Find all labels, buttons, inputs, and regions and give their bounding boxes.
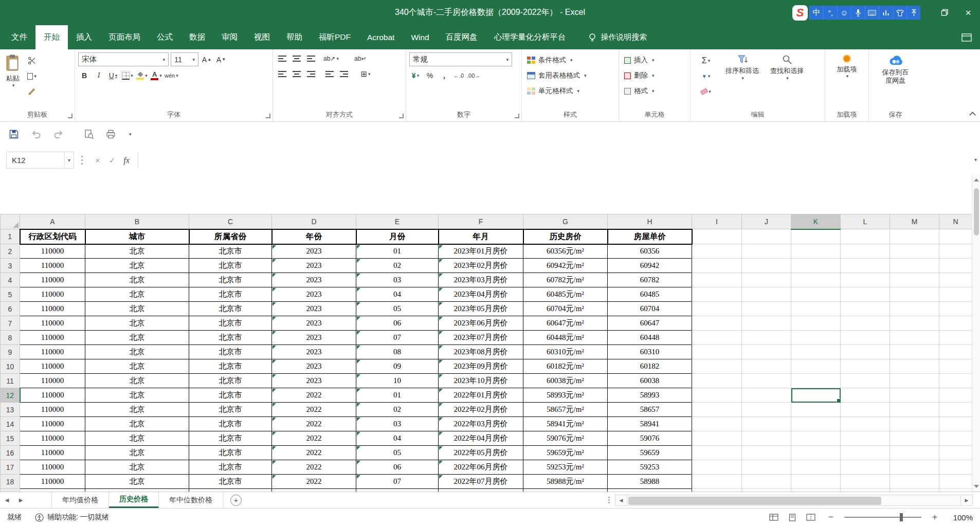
cell-L10[interactable]	[841, 359, 890, 374]
format-painter-button[interactable]	[26, 85, 38, 98]
cell-F16[interactable]: 2022年05月房价	[439, 446, 523, 460]
cell-M1[interactable]	[890, 229, 939, 244]
cell-K8[interactable]	[791, 331, 841, 345]
cell-J13[interactable]	[742, 403, 791, 417]
cell-K13[interactable]	[791, 403, 841, 417]
zoom-level-label[interactable]: 100%	[948, 513, 973, 522]
underline-button[interactable]: U▾	[107, 69, 119, 82]
cell-G18[interactable]: 58988元/m²	[523, 475, 608, 489]
cell-A1[interactable]: 行政区划代码	[20, 229, 85, 244]
cell-H4[interactable]: 60782	[608, 273, 692, 287]
align-middle-button[interactable]	[291, 52, 303, 65]
cell-M13[interactable]	[890, 403, 939, 417]
cell-I17[interactable]	[692, 460, 742, 475]
row-header-10[interactable]: 10	[1, 359, 20, 374]
cell-G14[interactable]: 58941元/m²	[523, 417, 608, 431]
cell-H6[interactable]: 60704	[608, 302, 692, 316]
row-header-7[interactable]: 7	[1, 316, 20, 331]
tab-开始[interactable]: 开始	[35, 25, 68, 49]
cell-B16[interactable]: 北京	[85, 446, 189, 460]
column-header-C[interactable]: C	[189, 214, 272, 229]
tab-视图[interactable]: 视图	[246, 25, 278, 49]
cell-J9[interactable]	[742, 345, 791, 359]
alignment-dialog-launcher[interactable]	[399, 114, 404, 118]
cell-N13[interactable]	[939, 403, 972, 417]
cell-F6[interactable]: 2023年05月房价	[439, 302, 523, 316]
tab-Acrobat[interactable]: Acrobat	[359, 25, 403, 49]
cell-styles-button[interactable]: 单元格样式▾	[525, 83, 615, 99]
row-header-3[interactable]: 3	[1, 259, 20, 273]
cell-clipped[interactable]	[791, 489, 841, 492]
cell-B14[interactable]: 北京	[85, 417, 189, 431]
name-box[interactable]: K12 ▾	[6, 152, 74, 169]
cell-G12[interactable]: 58993元/m²	[523, 388, 608, 403]
column-header-I[interactable]: I	[692, 214, 742, 229]
cell-J1[interactable]	[742, 229, 791, 244]
cell-L18[interactable]	[841, 475, 890, 489]
tab-文件[interactable]: 文件	[3, 25, 35, 49]
row-header-17[interactable]: 17	[1, 460, 20, 475]
cell-J14[interactable]	[742, 417, 791, 431]
cell-M9[interactable]	[890, 345, 939, 359]
cell-F4[interactable]: 2023年03月房价	[439, 273, 523, 287]
cell-J5[interactable]	[742, 287, 791, 302]
cell-clipped[interactable]	[356, 489, 439, 492]
cell-D9[interactable]: 2023	[272, 345, 356, 359]
cell-N16[interactable]	[939, 446, 972, 460]
cell-N11[interactable]	[939, 374, 972, 388]
column-header-G[interactable]: G	[523, 214, 608, 229]
cell-J6[interactable]	[742, 302, 791, 316]
cell-F5[interactable]: 2023年04月房价	[439, 287, 523, 302]
find-select-button[interactable]: 查找和选择▾	[766, 52, 808, 109]
cell-L11[interactable]	[841, 374, 890, 388]
cell-H11[interactable]: 60038	[608, 374, 692, 388]
number-format-combobox[interactable]: 常规▾	[409, 52, 512, 66]
cell-B3[interactable]: 北京	[85, 259, 189, 273]
cell-I8[interactable]	[692, 331, 742, 345]
cell-F9[interactable]: 2023年08月房价	[439, 345, 523, 359]
cell-E16[interactable]: 05	[356, 446, 439, 460]
orientation-button[interactable]: ab↗▾	[323, 52, 339, 65]
cell-E13[interactable]: 02	[356, 403, 439, 417]
cell-I3[interactable]	[692, 259, 742, 273]
cell-F7[interactable]: 2023年06月房价	[439, 316, 523, 331]
save-to-netdisk-button[interactable]: 保存到百度网盘	[872, 52, 919, 87]
row-header-15[interactable]: 15	[1, 431, 20, 446]
cell-C4[interactable]: 北京市	[189, 273, 272, 287]
scroll-up-arrow[interactable]	[972, 175, 980, 185]
sort-filter-button[interactable]: 排序和筛选▾	[721, 52, 763, 109]
scroll-right-arrow[interactable]: ▶	[960, 495, 973, 506]
cell-M4[interactable]	[890, 273, 939, 287]
cell-clipped[interactable]	[841, 489, 890, 492]
cell-M18[interactable]	[890, 475, 939, 489]
cell-clipped[interactable]	[20, 489, 85, 492]
cell-N5[interactable]	[939, 287, 972, 302]
row-header-18[interactable]: 18	[1, 475, 20, 489]
cell-A7[interactable]: 110000	[20, 316, 85, 331]
cell-C11[interactable]: 北京市	[189, 374, 272, 388]
cell-N9[interactable]	[939, 345, 972, 359]
cell-D17[interactable]: 2022	[272, 460, 356, 475]
cell-L17[interactable]	[841, 460, 890, 475]
tab-插入[interactable]: 插入	[68, 25, 100, 49]
cell-H10[interactable]: 60182	[608, 359, 692, 374]
zoom-out-button[interactable]: −	[826, 512, 836, 522]
phonetic-guide-button[interactable]: wén▾	[165, 69, 178, 82]
cell-B6[interactable]: 北京	[85, 302, 189, 316]
cell-E6[interactable]: 05	[356, 302, 439, 316]
cell-A4[interactable]: 110000	[20, 273, 85, 287]
cell-D1[interactable]: 年份	[272, 229, 356, 244]
cell-J4[interactable]	[742, 273, 791, 287]
mic-icon[interactable]	[851, 6, 865, 20]
cell-K3[interactable]	[791, 259, 841, 273]
cell-N18[interactable]	[939, 475, 972, 489]
cell-G8[interactable]: 60448元/m²	[523, 331, 608, 345]
cell-G4[interactable]: 60782元/m²	[523, 273, 608, 287]
cell-L14[interactable]	[841, 417, 890, 431]
column-header-H[interactable]: H	[608, 214, 692, 229]
cell-A6[interactable]: 110000	[20, 302, 85, 316]
cell-clipped[interactable]	[742, 489, 791, 492]
cell-E12[interactable]: 01	[356, 388, 439, 403]
cell-G5[interactable]: 60485元/m²	[523, 287, 608, 302]
cell-L16[interactable]	[841, 446, 890, 460]
